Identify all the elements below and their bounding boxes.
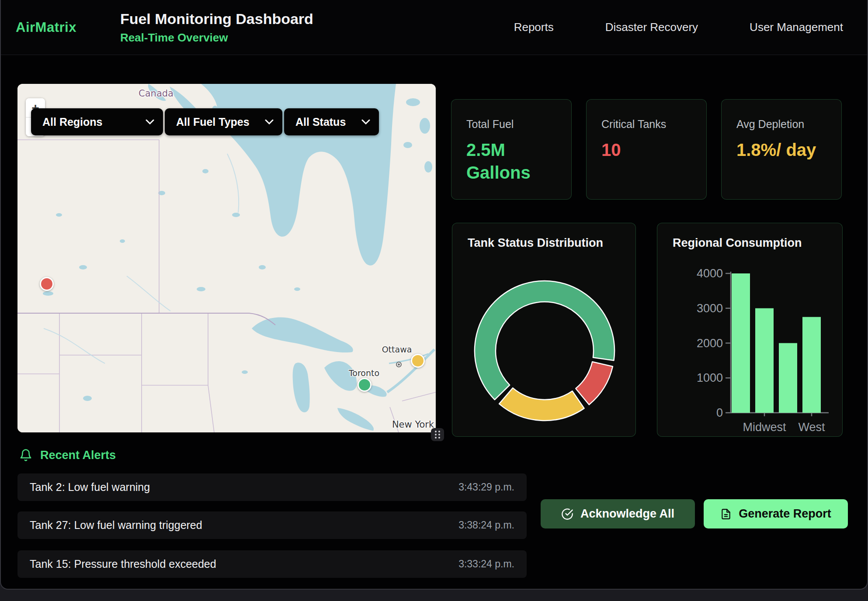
grip-dots-icon	[434, 430, 441, 439]
alert-row[interactable]: Tank 15: Pressure threshold exceeded 3:3…	[17, 550, 527, 578]
alerts-title: Recent Alerts	[40, 449, 116, 462]
main-nav: Reports Disaster Recovery User Managemen…	[514, 21, 843, 34]
alert-time: 3:33:24 p.m.	[458, 558, 514, 570]
svg-text:0: 0	[716, 406, 723, 419]
region-filter-dropdown[interactable]: All Regions	[31, 108, 163, 135]
normal-tank-marker[interactable]	[358, 378, 372, 392]
bar-chart: 01000200030004000MidwestWest	[657, 223, 843, 437]
alert-message: Tank 2: Low fuel warning	[30, 481, 150, 494]
svg-text:1000: 1000	[697, 371, 723, 384]
alert-row[interactable]: Tank 27: Low fuel warning triggered 3:38…	[17, 511, 527, 539]
status-filter-dropdown[interactable]: All Status	[284, 108, 379, 135]
warning-tank-marker[interactable]	[411, 354, 425, 368]
alert-message: Tank 27: Low fuel warning triggered	[30, 519, 202, 532]
map-drag-handle[interactable]	[431, 428, 444, 441]
generate-report-label: Generate Report	[739, 507, 831, 521]
chevron-down-icon	[361, 119, 370, 125]
tank-status-card: Tank Status Distribution	[452, 223, 636, 437]
generate-report-button[interactable]: Generate Report	[704, 499, 848, 528]
svg-text:2000: 2000	[697, 337, 723, 350]
avg-depletion-card: Avg Depletion 1.8%/ day	[721, 99, 842, 200]
status-filter-value: All Status	[295, 116, 346, 128]
bell-icon	[19, 448, 32, 462]
page-title: Fuel Monitoring Dashboard	[120, 10, 313, 28]
map-canvas	[17, 84, 436, 432]
alert-time: 3:38:24 p.m.	[458, 519, 514, 531]
check-circle-icon	[561, 508, 573, 520]
nav-disaster-recovery[interactable]: Disaster Recovery	[605, 21, 698, 34]
stat-value: 2.5M Gallons	[466, 138, 547, 184]
stat-value: 10	[601, 138, 682, 161]
nav-reports[interactable]: Reports	[514, 21, 554, 34]
fuel-type-filter-value: All Fuel Types	[176, 116, 250, 128]
svg-text:West: West	[798, 421, 825, 434]
alert-time: 3:43:29 p.m.	[458, 481, 514, 493]
total-fuel-card: Total Fuel 2.5M Gallons	[451, 99, 572, 200]
acknowledge-all-label: Acknowledge All	[580, 507, 674, 521]
alert-message: Tank 15: Pressure threshold exceeded	[30, 558, 216, 570]
chevron-down-icon	[265, 119, 274, 125]
svg-text:4000: 4000	[697, 267, 723, 280]
top-bar: AirMatrix Fuel Monitoring Dashboard Real…	[1, 0, 867, 55]
svg-text:Midwest: Midwest	[743, 421, 786, 434]
stat-label: Critical Tanks	[601, 118, 693, 131]
map-filter-bar: All Regions All Fuel Types All Status	[31, 108, 379, 135]
donut-chart	[452, 223, 636, 437]
brand-logo[interactable]: AirMatrix	[16, 20, 76, 35]
page-subtitle: Real-Time Overview	[120, 31, 313, 45]
nav-user-management[interactable]: User Management	[750, 21, 843, 34]
chevron-down-icon	[146, 119, 154, 125]
title-block: Fuel Monitoring Dashboard Real-Time Over…	[120, 10, 313, 45]
document-icon	[720, 508, 732, 520]
stat-value: 1.8%/ day	[736, 138, 817, 161]
acknowledge-all-button[interactable]: Acknowledge All	[541, 499, 695, 528]
svg-text:3000: 3000	[697, 302, 723, 315]
ottawa-town-symbol	[396, 362, 402, 367]
map[interactable]: + − All Regions All Fuel Types All Statu…	[17, 84, 436, 432]
regional-consumption-card: Regional Consumption 01000200030004000Mi…	[657, 223, 843, 437]
region-filter-value: All Regions	[42, 116, 103, 128]
stat-label: Total Fuel	[466, 118, 558, 131]
app-window: AirMatrix Fuel Monitoring Dashboard Real…	[0, 0, 868, 590]
alerts-header: Recent Alerts	[19, 448, 116, 462]
fuel-type-filter-dropdown[interactable]: All Fuel Types	[165, 108, 282, 135]
stat-label: Avg Depletion	[736, 118, 828, 131]
critical-tank-marker[interactable]	[40, 277, 54, 291]
critical-tanks-card: Critical Tanks 10	[586, 99, 707, 200]
alert-row[interactable]: Tank 2: Low fuel warning 3:43:29 p.m.	[17, 473, 527, 501]
window-bottom-strip	[0, 590, 868, 601]
